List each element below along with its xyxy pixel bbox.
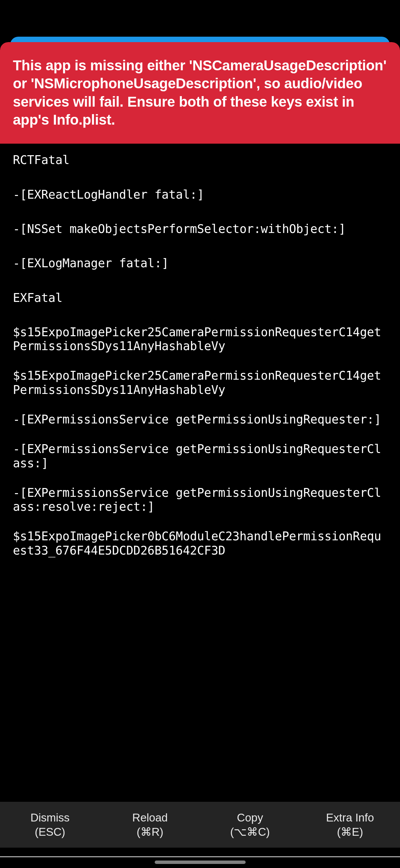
button-shortcut: (⌘R) — [137, 825, 164, 839]
button-label: Dismiss — [31, 811, 70, 825]
stack-frame: RCTFatal — [13, 153, 387, 167]
stack-frame: -[EXPermissionsService getPermissionUsin… — [13, 413, 387, 427]
copy-button[interactable]: Copy (⌥⌘C) — [200, 802, 300, 848]
home-indicator[interactable] — [155, 861, 246, 864]
stack-frame: -[NSSet makeObjectsPerformSelector:withO… — [13, 222, 387, 236]
footer-toolbar: Dismiss (ESC) Reload (⌘R) Copy (⌥⌘C) Ext… — [0, 802, 400, 848]
stack-frame: -[EXReactLogHandler fatal:] — [13, 188, 387, 202]
stack-frame: $s15ExpoImagePicker25CameraPermissionReq… — [13, 369, 387, 397]
error-header: This app is missing either 'NSCameraUsag… — [0, 42, 400, 144]
stack-frame: -[EXPermissionsService getPermissionUsin… — [13, 442, 387, 470]
dismiss-button[interactable]: Dismiss (ESC) — [0, 802, 100, 848]
stack-frame: EXFatal — [13, 291, 387, 305]
reload-button[interactable]: Reload (⌘R) — [100, 802, 200, 848]
button-shortcut: (ESC) — [35, 825, 65, 839]
error-panel: This app is missing either 'NSCameraUsag… — [0, 42, 400, 868]
button-shortcut: (⌥⌘C) — [230, 825, 270, 839]
bottom-separator — [0, 856, 400, 857]
stack-trace[interactable]: RCTFatal -[EXReactLogHandler fatal:] -[N… — [0, 144, 400, 802]
button-shortcut: (⌘E) — [337, 825, 363, 839]
error-title: This app is missing either 'NSCameraUsag… — [13, 56, 387, 129]
stack-frame: $s15ExpoImagePicker0bC6ModuleC23handlePe… — [13, 529, 387, 558]
footer-spacer — [0, 848, 400, 868]
button-label: Reload — [132, 811, 168, 825]
button-label: Copy — [237, 811, 263, 825]
extra-info-button[interactable]: Extra Info (⌘E) — [300, 802, 400, 848]
stack-frame: -[EXLogManager fatal:] — [13, 256, 387, 270]
stack-frame: -[EXPermissionsService getPermissionUsin… — [13, 486, 387, 514]
button-label: Extra Info — [326, 811, 374, 825]
stack-frame: $s15ExpoImagePicker25CameraPermissionReq… — [13, 325, 387, 354]
